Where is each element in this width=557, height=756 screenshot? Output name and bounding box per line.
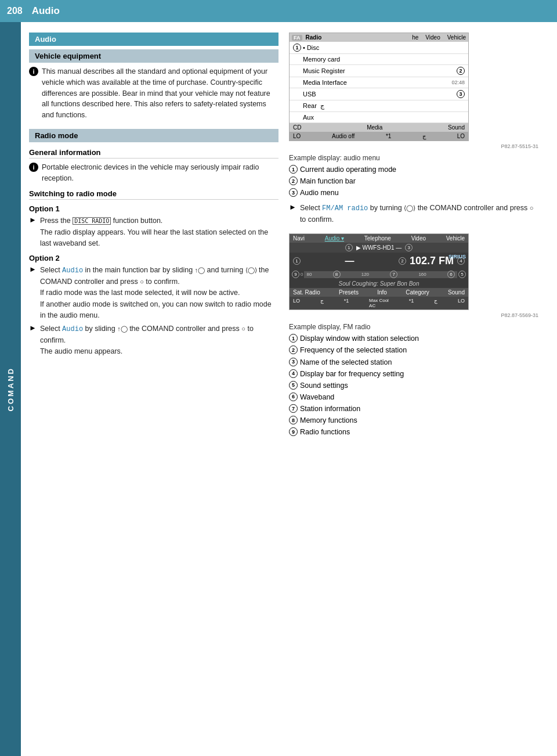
audio-menu-label-1: Current audio operating mode xyxy=(300,164,396,175)
option1-step1: ► Press the DISC RADIO function button. … xyxy=(29,215,278,249)
audio-menu-caption: Example display: audio menu xyxy=(289,154,538,162)
audio-menu-label-2: Main function bar xyxy=(300,176,356,186)
fm-item-1: 1 Display window with station selection xyxy=(289,333,538,344)
header-bar: 208 Audio xyxy=(0,0,557,22)
fm-num-5: 5 xyxy=(289,381,298,390)
fm-radio-numbered-list: 1 Display window with station selection … xyxy=(289,333,538,437)
bullet-arrow-1: ► xyxy=(29,215,37,249)
fm-label-5: Sound settings xyxy=(300,380,348,391)
fm-num-6: 6 xyxy=(289,393,298,401)
sidebar: COMAND xyxy=(0,22,21,756)
fm-radio-caption: Example display, FM radio xyxy=(289,323,538,331)
fm-num-8: 8 xyxy=(289,416,298,424)
vehicle-equipment-info: i This manual describes all the standard… xyxy=(29,66,278,121)
audio-menu-item-1: 1 Current audio operating mode xyxy=(289,164,538,175)
fm-label-4: Display bar for frequency setting xyxy=(300,369,404,379)
fm-item-3: 3 Name of the selected station xyxy=(289,357,538,368)
option2-step1: ► Select Audio in the main function bar … xyxy=(29,265,278,321)
audio-menu-item-3: 3 Audio menu xyxy=(289,188,538,198)
option2-step2: ► Select Audio by sliding ↑◯ the COMAND … xyxy=(29,323,278,357)
audio-menu-diagram: FA Radio he Video Vehicle 1 • Disc xyxy=(289,33,538,149)
bullet-arrow-3: ► xyxy=(29,323,37,357)
fm-radio-diagram: Navi Audio ▾ Telephone Video Vehicle 1 ▶… xyxy=(289,233,538,318)
audio-menu-item-2: 2 Main function bar xyxy=(289,176,538,186)
fm-item-7: 7 Station information xyxy=(289,404,538,414)
bullet-arrow-2: ► xyxy=(29,265,37,321)
page-title: Audio xyxy=(32,5,60,17)
fm-label-7: Station information xyxy=(300,404,360,414)
fm-item-9: 9 Radio functions xyxy=(289,427,538,437)
num-circle-3: 3 xyxy=(289,188,298,197)
num-circle-2: 2 xyxy=(289,177,298,185)
audio-menu-image: FA Radio he Video Vehicle 1 • Disc xyxy=(289,33,469,141)
fm-item-6: 6 Waveband xyxy=(289,392,538,402)
audio-section-header: Audio xyxy=(29,33,278,46)
switching-title: Switching to radio mode xyxy=(29,189,278,200)
sidebar-label: COMAND xyxy=(6,367,15,412)
fm-item-4: 4 Display bar for frequency setting xyxy=(289,369,538,379)
fm-item-5: 5 Sound settings xyxy=(289,380,538,391)
general-information-title: General information xyxy=(29,148,278,159)
fm-num-2: 2 xyxy=(289,345,298,354)
portable-info-text: Portable electronic devices in the vehic… xyxy=(42,162,278,184)
fm-num-1: 1 xyxy=(289,334,298,343)
info-icon-2: i xyxy=(29,163,38,172)
option2-step1-text: Select Audio in the main function bar by… xyxy=(40,265,278,321)
select-instruction-text: Select FM/AM radio by turning ⟨◯⟩ the CO… xyxy=(300,203,538,225)
page-number: 208 xyxy=(7,6,23,16)
fm-label-8: Memory functions xyxy=(300,415,357,426)
main-content: Audio Vehicle equipment i This manual de… xyxy=(21,22,557,756)
option2-title: Option 2 xyxy=(29,254,278,262)
option1-step1-text: Press the DISC RADIO function button. Th… xyxy=(40,215,278,249)
bullet-arrow-select: ► xyxy=(289,203,296,225)
right-column: FA Radio he Video Vehicle 1 • Disc xyxy=(289,33,538,746)
fm-label-9: Radio functions xyxy=(300,427,350,437)
fm-label-1: Display window with station selection xyxy=(300,333,419,344)
option2-step2-text: Select Audio by sliding ↑◯ the COMAND co… xyxy=(40,323,278,357)
fm-item-8: 8 Memory functions xyxy=(289,415,538,426)
info-icon: i xyxy=(29,67,38,76)
fm-num-7: 7 xyxy=(289,404,298,413)
audio-menu-numbered-list: 1 Current audio operating mode 2 Main fu… xyxy=(289,164,538,198)
fm-label-6: Waveband xyxy=(300,392,334,402)
fm-num-4: 4 xyxy=(289,369,298,378)
audio-menu-pcode: P82.87-5515-31 xyxy=(289,143,538,149)
fm-radio-image: Navi Audio ▾ Telephone Video Vehicle 1 ▶… xyxy=(289,233,469,310)
left-column: Audio Vehicle equipment i This manual de… xyxy=(29,33,278,746)
radio-mode-header: Radio mode xyxy=(29,129,278,142)
fm-radio-pcode: P82.87-5569-31 xyxy=(289,312,538,318)
fm-label-3: Name of the selected station xyxy=(300,357,392,368)
select-instruction: ► Select FM/AM radio by turning ⟨◯⟩ the … xyxy=(289,203,538,225)
fm-num-3: 3 xyxy=(289,358,298,366)
audio-menu-label-3: Audio menu xyxy=(300,188,339,198)
fm-num-9: 9 xyxy=(289,427,298,436)
num-circle-1: 1 xyxy=(289,165,298,174)
vehicle-equipment-text: This manual describes all the standard a… xyxy=(42,66,278,121)
option1-title: Option 1 xyxy=(29,204,278,213)
vehicle-equipment-header: Vehicle equipment xyxy=(29,49,278,63)
portable-info: i Portable electronic devices in the veh… xyxy=(29,162,278,184)
fm-label-2: Frequency of the selected station xyxy=(300,345,407,355)
fm-item-2: 2 Frequency of the selected station xyxy=(289,345,538,355)
